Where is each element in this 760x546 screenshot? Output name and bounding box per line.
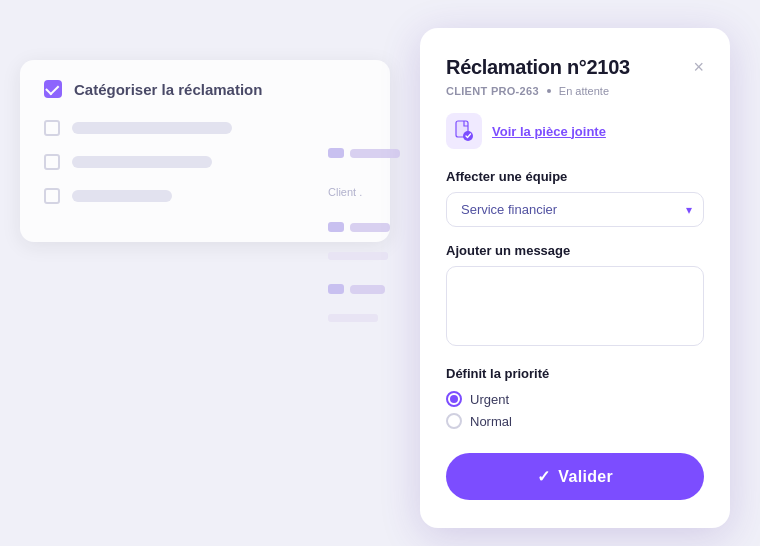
bg-bar-3 [72,190,172,202]
urgent-radio[interactable] [446,391,462,407]
validate-label: Valider [558,468,613,486]
priority-urgent-row[interactable]: Urgent [446,391,704,407]
bg-tag-bar-2 [350,223,390,232]
bg-card-title: Catégoriser la réclamation [74,81,262,98]
message-form-group: Ajouter un message [446,243,704,350]
bg-bar-1 [72,122,232,134]
bg-tag-row-1 [328,148,400,158]
meta-dot [547,89,551,93]
priority-normal-row[interactable]: Normal [446,413,704,429]
modal-client: CLIENT PRO-263 [446,85,539,97]
bg-tag-icon-3 [328,284,344,294]
attachment-row: Voir la pièce jointe [446,113,704,149]
bg-tag-row-2 [328,222,400,232]
bg-client-label: Client . [328,186,400,198]
modal-status: En attente [559,85,609,97]
bg-right-tags: Client . [328,148,400,322]
priority-label: Définit la priorité [446,366,704,381]
reclamation-modal: Réclamation n°2103 × CLIENT PRO-263 En a… [420,28,730,528]
bg-list-row-2 [44,154,366,170]
modal-header: Réclamation n°2103 × [446,56,704,79]
bg-bar-2 [72,156,212,168]
bg-tag-icon-1 [328,148,344,158]
team-label: Affecter une équipe [446,169,704,184]
empty-checkbox-2 [44,154,60,170]
bg-bar-extra-2 [328,314,378,322]
bg-tag-icon-2 [328,222,344,232]
bg-bar-extra-1 [328,252,388,260]
empty-checkbox-1 [44,120,60,136]
check-icon: ✓ [537,467,550,486]
attachment-link[interactable]: Voir la pièce jointe [492,124,606,139]
close-button[interactable]: × [693,58,704,76]
modal-meta: CLIENT PRO-263 En attente [446,85,704,97]
bg-list-row-3 [44,188,366,204]
bg-tag-bar-1 [350,149,400,158]
attachment-icon-wrap [446,113,482,149]
checked-checkbox [44,80,62,98]
validate-button[interactable]: ✓ Valider [446,453,704,500]
modal-title: Réclamation n°2103 [446,56,630,79]
team-select-wrapper: Service financier Service client Service… [446,192,704,227]
bg-tag-bar-3 [350,285,385,294]
message-textarea[interactable] [446,266,704,346]
priority-section: Définit la priorité Urgent Normal [446,366,704,429]
urgent-label: Urgent [470,392,509,407]
normal-radio[interactable] [446,413,462,429]
bg-tag-row-3 [328,284,400,294]
attachment-file-icon [454,120,474,142]
empty-checkbox-3 [44,188,60,204]
bg-list-row-1 [44,120,366,136]
message-label: Ajouter un message [446,243,704,258]
team-form-group: Affecter une équipe Service financier Se… [446,169,704,227]
normal-label: Normal [470,414,512,429]
team-select[interactable]: Service financier Service client Service… [446,192,704,227]
